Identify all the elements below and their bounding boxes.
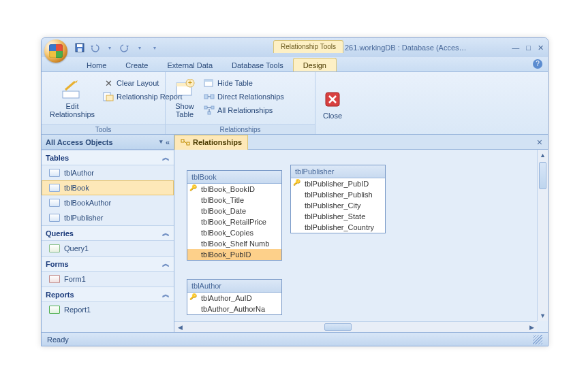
field-row[interactable]: tblBook_Copies [187, 227, 281, 238]
navgroup-forms[interactable]: Forms︽ [42, 256, 174, 272]
body: All Access Objects ▾« Tables︽ tblAuthort… [42, 135, 548, 332]
svg-rect-21 [181, 140, 184, 142]
field-row[interactable]: tbAuthor_AuthorNa [187, 304, 281, 314]
relationships-tab[interactable]: Relationships [174, 135, 248, 150]
table-box-tblbook[interactable]: tblBook tblBook_BookIDtblBook_TitletblBo… [187, 170, 282, 261]
close-icon [322, 88, 343, 110]
close-button[interactable]: Close [318, 74, 347, 134]
table-icon [49, 214, 60, 222]
navgroup-tables-label: Tables [46, 154, 69, 162]
nav-item-tblpublisher[interactable]: tblPublisher [42, 210, 174, 225]
field-row[interactable]: tblPublisher_City [291, 200, 385, 211]
nav-item-label: Form1 [64, 275, 86, 283]
svg-text:+: + [188, 79, 192, 86]
table-icon [49, 169, 60, 177]
field-row[interactable]: tblPublisher_PubID [291, 178, 385, 189]
tab-home[interactable]: Home [77, 59, 116, 71]
group-tools-label: Tools [42, 124, 165, 134]
nav-item-label: tblBook [64, 184, 89, 192]
table-box-title[interactable]: tblPublisher [291, 165, 385, 178]
navgroup-tables[interactable]: Tables︽ [42, 150, 174, 165]
field-row[interactable]: tblBook_Title [187, 195, 281, 206]
svg-rect-22 [187, 142, 189, 145]
scroll-right-icon[interactable]: ▶ [526, 322, 537, 332]
minimize-button[interactable]: — [512, 44, 519, 52]
field-row[interactable]: tblBook_RetailPrice [187, 216, 281, 227]
field-row[interactable]: tblBook_Date [187, 206, 281, 216]
nav-item-form1[interactable]: Form1 [42, 272, 174, 287]
table-box-title[interactable]: tblBook [187, 171, 281, 184]
close-tab-button[interactable]: × [534, 137, 545, 148]
scroll-left-icon[interactable]: ◀ [174, 322, 185, 332]
close-window-button[interactable]: ✕ [538, 44, 544, 52]
field-row[interactable]: tblPublisher_State [291, 211, 385, 222]
field-row[interactable]: tblBook_BookID [187, 184, 281, 195]
table-icon [49, 244, 60, 252]
document-tabs: Relationships × [174, 135, 548, 150]
svg-rect-16 [211, 106, 214, 109]
undo-icon[interactable] [89, 42, 100, 53]
navgroup-queries-label: Queries [46, 229, 74, 238]
nav-dropdown-icon[interactable]: ▾ [159, 138, 163, 146]
nav-item-tblauthor[interactable]: tblAuthor [42, 165, 174, 180]
field-row[interactable]: tblPublisher_Publish [291, 189, 385, 200]
show-table-icon: + [174, 79, 196, 101]
table-box-tblpublisher[interactable]: tblPublisher tblPublisher_PubIDtblPublis… [290, 165, 386, 233]
help-icon[interactable]: ? [533, 59, 542, 69]
nav-item-label: tblPublisher [64, 214, 103, 222]
show-table-button[interactable]: + Show Table [168, 74, 201, 124]
nav-collapse-icon[interactable]: « [166, 138, 170, 146]
table-box-tblauthor[interactable]: tblAuthor tblAuthor_AuIDtbAuthor_AuthorN… [187, 279, 282, 315]
all-relationships-button[interactable]: All Relationships [201, 103, 287, 117]
resize-grip-icon[interactable] [533, 335, 542, 344]
redo-icon[interactable] [119, 42, 130, 53]
nav-item-tblbookauthor[interactable]: tblBookAuthor [42, 195, 174, 210]
horizontal-scrollbar[interactable]: ◀ ▶ [174, 321, 537, 332]
main-area: Relationships × tblBook tblBook_BookIDtb… [174, 135, 548, 332]
close-label: Close [323, 112, 342, 120]
tab-external-data[interactable]: External Data [157, 59, 222, 71]
save-icon[interactable] [74, 42, 85, 53]
field-row[interactable]: tblPublisher_Country [291, 222, 385, 233]
tab-create[interactable]: Create [116, 59, 157, 71]
svg-rect-13 [211, 95, 214, 99]
hide-table-button[interactable]: Hide Table [201, 76, 287, 90]
restore-button[interactable]: □ [526, 44, 531, 52]
relationship-report-icon [103, 91, 114, 102]
table-box-title[interactable]: tblAuthor [187, 280, 281, 293]
direct-relationships-button[interactable]: Direct Relationships [201, 90, 287, 103]
vertical-scrollbar[interactable]: ▲ ▼ [537, 150, 548, 321]
navgroup-reports[interactable]: Reports︽ [42, 287, 174, 302]
chevron-up-icon: ︽ [162, 259, 170, 269]
scroll-thumb[interactable] [324, 323, 352, 331]
field-row[interactable]: tblBook_Shelf Numb [187, 238, 281, 249]
navgroup-queries[interactable]: Queries︽ [42, 225, 174, 241]
scroll-up-icon[interactable]: ▲ [538, 150, 548, 161]
nav-item-query1[interactable]: Query1 [42, 241, 174, 256]
relationships-tab-icon [181, 137, 190, 147]
status-bar: Ready [42, 332, 548, 346]
relationships-tab-label: Relationships [193, 138, 242, 146]
field-row[interactable]: tblAuthor_AuID [187, 293, 281, 304]
all-relationships-label: All Relationships [217, 106, 273, 114]
tab-database-tools[interactable]: Database Tools [222, 59, 293, 71]
undo-dropdown-icon[interactable]: ▾ [104, 42, 115, 53]
navgroup-reports-label: Reports [46, 291, 74, 299]
tab-design[interactable]: Design [293, 58, 337, 71]
qat-custom-icon[interactable]: ▾ [149, 42, 160, 53]
nav-header[interactable]: All Access Objects ▾« [42, 135, 174, 150]
scroll-down-icon[interactable]: ▼ [538, 310, 548, 321]
direct-relationships-label: Direct Relationships [217, 93, 284, 101]
office-button[interactable] [44, 39, 67, 63]
clear-layout-icon: ✕ [103, 78, 114, 88]
nav-item-tblbook[interactable]: tblBook [42, 180, 174, 195]
edit-relationships-button[interactable]: Edit Relationships [44, 74, 100, 124]
field-row[interactable]: tblBook_PubID [187, 249, 281, 260]
table-icon [49, 184, 60, 192]
relationships-canvas[interactable]: tblBook tblBook_BookIDtblBook_TitletblBo… [174, 150, 548, 332]
nav-item-report1[interactable]: Report1 [42, 302, 174, 317]
scroll-thumb[interactable] [539, 162, 546, 189]
svg-rect-11 [204, 80, 213, 82]
ribbon-tabs: Home Create External Data Database Tools… [42, 57, 548, 72]
redo-dropdown-icon[interactable]: ▾ [134, 42, 145, 53]
